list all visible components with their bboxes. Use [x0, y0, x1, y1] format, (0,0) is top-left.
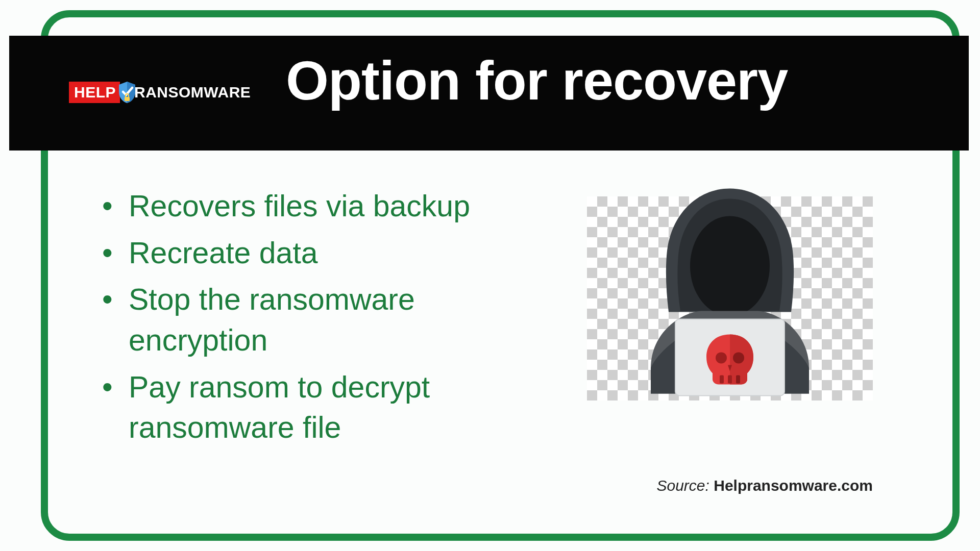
logo-ransom-text: RANSOMWARE [134, 84, 251, 101]
shield-check-icon [117, 81, 137, 104]
svg-point-1 [690, 216, 770, 316]
svg-rect-8 [736, 375, 740, 383]
list-item: Recovers files via backup [102, 186, 551, 227]
svg-rect-0 [125, 97, 130, 101]
svg-rect-7 [728, 375, 732, 383]
svg-rect-6 [720, 375, 724, 383]
list-item: Stop the ransomware encryption [102, 280, 551, 361]
slide-content: Recovers files via backup Recreate data … [51, 186, 949, 518]
hacker-icon [620, 184, 840, 404]
logo-help-text: HELP [69, 82, 120, 103]
source-label: Source: [656, 477, 714, 494]
brand-logo: HELP RANSOMWARE [69, 81, 251, 104]
svg-point-5 [733, 352, 744, 363]
list-item: Recreate data [102, 233, 551, 274]
list-item: Pay ransom to decrypt ransomware file [102, 367, 551, 448]
hacker-illustration [587, 196, 873, 400]
svg-point-4 [716, 352, 727, 363]
slide-title: Option for recovery [286, 48, 788, 112]
source-attribution: Source: Helpransomware.com [656, 477, 873, 494]
bullet-list: Recovers files via backup Recreate data … [102, 186, 551, 448]
source-name: Helpransomware.com [714, 477, 873, 494]
